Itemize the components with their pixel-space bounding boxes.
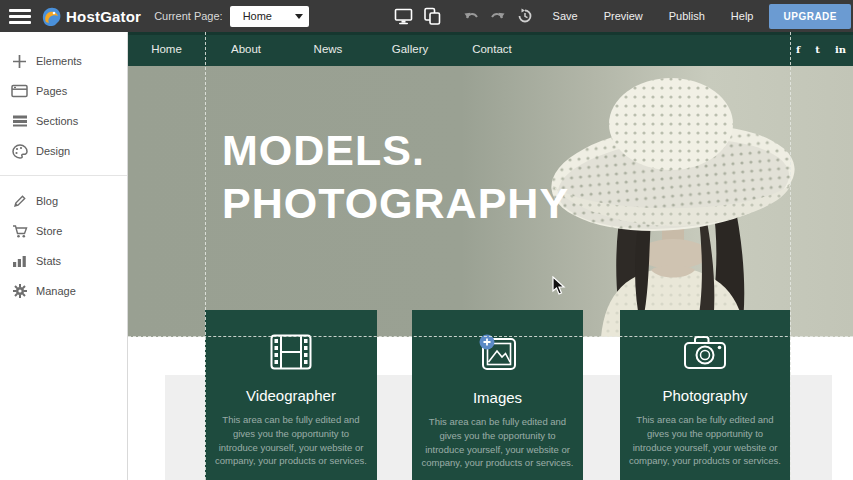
sidebar-item-manage[interactable]: Manage: [0, 276, 127, 306]
site-nav-news[interactable]: News: [287, 43, 369, 55]
pages-icon: [11, 83, 28, 100]
feature-card-photography[interactable]: Photography This area can be fully edite…: [620, 310, 790, 480]
linkedin-icon[interactable]: in: [835, 44, 846, 55]
plus-icon: [11, 53, 28, 70]
undo-icon[interactable]: [463, 9, 480, 23]
sidebar-item-label: Stats: [36, 255, 61, 267]
sidebar-item-pages[interactable]: Pages: [0, 76, 127, 106]
sidebar-item-stats[interactable]: Stats: [0, 246, 127, 276]
mobile-preview-icon[interactable]: [423, 7, 441, 25]
help-button[interactable]: Help: [731, 10, 754, 22]
app-window: HostGator Current Page: Home: [0, 0, 853, 480]
sidebar-item-label: Elements: [36, 55, 82, 67]
current-page-label: Current Page:: [154, 10, 222, 22]
site-navbar: Home About News Gallery Contact f t in: [128, 32, 853, 66]
sidebar-item-blog[interactable]: Blog: [0, 186, 127, 216]
topbar-actions: Save Preview Publish Help UPGRADE: [394, 4, 853, 29]
desktop-preview-icon[interactable]: [394, 8, 413, 25]
sidebar-item-label: Pages: [36, 85, 67, 97]
stats-icon: [11, 253, 28, 270]
site-nav-gallery[interactable]: Gallery: [369, 43, 451, 55]
film-icon: [270, 334, 312, 370]
sidebar-item-label: Design: [36, 145, 70, 157]
feature-card-images[interactable]: Images This area can be fully edited and…: [412, 310, 583, 480]
cart-icon: [11, 223, 28, 240]
site-social-links: f t in: [796, 32, 846, 66]
upgrade-button[interactable]: UPGRADE: [769, 4, 851, 29]
sidebar-item-label: Store: [36, 225, 62, 237]
sidebar-item-label: Manage: [36, 285, 76, 297]
redo-icon[interactable]: [489, 9, 506, 23]
camera-icon: [683, 334, 727, 370]
hero-title[interactable]: MODELS. PHOTOGRAPHY: [222, 124, 569, 230]
chevron-down-icon: [295, 14, 303, 19]
facebook-icon[interactable]: f: [796, 44, 800, 55]
page-selector-value: Home: [243, 10, 272, 22]
sidebar-item-elements[interactable]: Elements: [0, 46, 127, 76]
sidebar-item-label: Blog: [36, 195, 58, 207]
history-icon[interactable]: [517, 8, 533, 24]
page-selector-dropdown[interactable]: Home: [230, 6, 309, 27]
sidebar-item-design[interactable]: Design: [0, 136, 127, 166]
sidebar-divider: [0, 175, 127, 176]
site-nav-about[interactable]: About: [205, 43, 287, 55]
builder-topbar: HostGator Current Page: Home: [0, 0, 853, 32]
preview-button[interactable]: Preview: [604, 10, 643, 22]
save-button[interactable]: Save: [553, 10, 578, 22]
card-body-text: This area can be fully edited and gives …: [420, 415, 576, 470]
sections-icon: [11, 113, 28, 130]
card-title: Videographer: [205, 387, 377, 404]
twitter-icon[interactable]: t: [815, 44, 820, 55]
pencil-icon: [11, 193, 28, 210]
site-nav-home[interactable]: Home: [128, 43, 205, 55]
sidebar-item-sections[interactable]: Sections: [0, 106, 127, 136]
sidebar-item-label: Sections: [36, 115, 78, 127]
site-preview-canvas: Home About News Gallery Contact f t in: [128, 32, 853, 480]
hero-model-photo: [523, 66, 853, 337]
card-body-text: This area can be fully edited and gives …: [213, 413, 369, 468]
hero-title-line1: MODELS.: [222, 124, 569, 177]
publish-button[interactable]: Publish: [669, 10, 705, 22]
builder-sidebar: Elements Pages Sections: [0, 32, 128, 480]
card-title: Photography: [620, 387, 790, 404]
brand-logo: HostGator: [41, 4, 141, 28]
card-title: Images: [412, 389, 583, 406]
palette-icon: [11, 143, 28, 160]
feature-card-videographer[interactable]: Videographer This area can be fully edit…: [205, 310, 377, 480]
sidebar-item-store[interactable]: Store: [0, 216, 127, 246]
image-plus-icon: [476, 334, 520, 372]
site-nav-contact[interactable]: Contact: [451, 43, 533, 55]
card-body-text: This area can be fully edited and gives …: [627, 413, 783, 468]
hero-title-line2: PHOTOGRAPHY: [222, 177, 569, 230]
hostgator-gator-icon: [41, 4, 63, 28]
hero-section[interactable]: MODELS. PHOTOGRAPHY: [128, 66, 853, 337]
gear-icon: [11, 283, 28, 300]
brand-name: HostGator: [66, 8, 141, 25]
hamburger-menu-icon[interactable]: [9, 9, 31, 24]
